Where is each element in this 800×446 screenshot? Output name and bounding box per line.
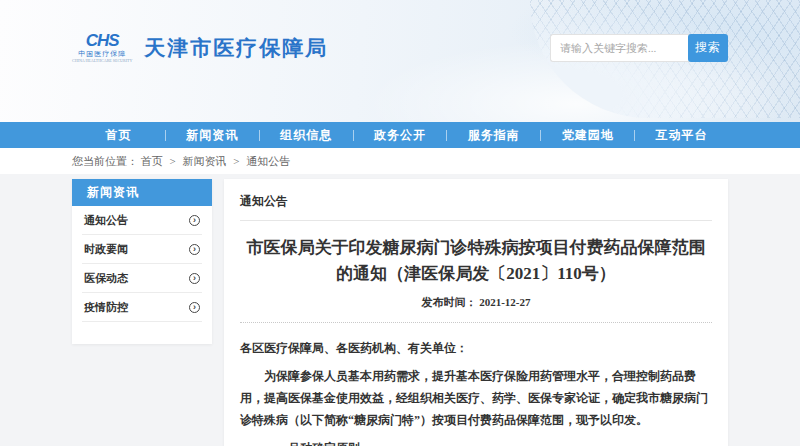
chs-logo: CHS 中国医疗保障 CHINA HEALTHCARE SECURITY [72,32,132,63]
search-button[interactable]: 搜索 [688,34,728,62]
section-title: 通知公告 [240,191,712,221]
sidebar-title: 新闻资讯 [72,179,212,206]
breadcrumb-separator: > [233,155,239,167]
breadcrumb: 您当前位置： 首页 > 新闻资讯 > 通知公告 [72,148,728,174]
article-paragraph: 为保障参保人员基本用药需求，提升基本医疗保险用药管理水平，合理控制药品费用，提高… [240,365,712,431]
chs-logo-cn-text: 中国医疗保障 [72,51,132,58]
chs-logo-acronym: CHS [72,32,132,49]
breadcrumb-bar: 您当前位置： 首页 > 新闻资讯 > 通知公告 [0,148,800,174]
sidebar-item-epidemic-prevention[interactable]: 疫情防控 › [82,293,202,322]
breadcrumb-link-notices[interactable]: 通知公告 [246,155,290,167]
sidebar-item-notices[interactable]: 通知公告 › [82,206,202,235]
chs-logo-en-text: CHINA HEALTHCARE SECURITY [72,59,132,63]
publish-time-value: 2021-12-27 [479,296,530,308]
sidebar-item-label: 时政要闻 [84,242,128,257]
arrow-circle-icon: › [189,244,200,255]
breadcrumb-separator: > [170,155,176,167]
search-input[interactable] [550,34,690,62]
article-heading-1: 一、品种确定原则 [240,437,712,446]
article-title: 市医保局关于印发糖尿病门诊特殊病按项目付费药品保障范围的通知（津医保局发〔202… [244,235,708,287]
article-salutation: 各区医疗保障局、各医药机构、有关单位： [240,337,712,359]
breadcrumb-link-home[interactable]: 首页 [141,155,163,167]
arrow-circle-icon: › [189,273,200,284]
article-panel: 通知公告 市医保局关于印发糖尿病门诊特殊病按项目付费药品保障范围的通知（津医保局… [224,179,728,446]
nav-item-party-building[interactable]: 党建园地 [541,127,634,144]
dotted-divider [240,322,712,323]
main-area: 新闻资讯 通知公告 › 时政要闻 › 医保动态 › 疫情防控 › 通知公告 市医… [72,179,728,446]
sidebar-item-label: 医保动态 [84,271,128,286]
nav-item-gov-affairs[interactable]: 政务公开 [354,127,447,144]
breadcrumb-label: 您当前位置： [72,155,138,167]
search-bar: 搜索 [550,34,728,62]
breadcrumb-link-news[interactable]: 新闻资讯 [182,155,226,167]
nav-item-home[interactable]: 首页 [72,127,165,144]
site-logo[interactable]: CHS 中国医疗保障 CHINA HEALTHCARE SECURITY 天津市… [72,32,328,63]
sidebar-item-politics-news[interactable]: 时政要闻 › [82,235,202,264]
nav-item-interaction[interactable]: 互动平台 [635,127,728,144]
arrow-circle-icon: › [189,215,200,226]
publish-time-label: 发布时间： [421,296,476,308]
nav-item-organization[interactable]: 组织信息 [260,127,353,144]
sidebar-news-menu: 新闻资讯 通知公告 › 时政要闻 › 医保动态 › 疫情防控 › [72,179,212,344]
sidebar-item-label: 疫情防控 [84,300,128,315]
publish-time: 发布时间： 2021-12-27 [240,295,712,310]
site-header: CHS 中国医疗保障 CHINA HEALTHCARE SECURITY 天津市… [0,0,800,122]
sidebar-item-label: 通知公告 [84,213,128,228]
sidebar-item-insurance-news[interactable]: 医保动态 › [82,264,202,293]
site-title: 天津市医疗保障局 [144,34,328,62]
nav-item-news[interactable]: 新闻资讯 [166,127,259,144]
arrow-circle-icon: › [189,302,200,313]
main-navigation: 首页 新闻资讯 组织信息 政务公开 服务指南 党建园地 互动平台 [0,122,800,148]
nav-item-service-guide[interactable]: 服务指南 [447,127,540,144]
